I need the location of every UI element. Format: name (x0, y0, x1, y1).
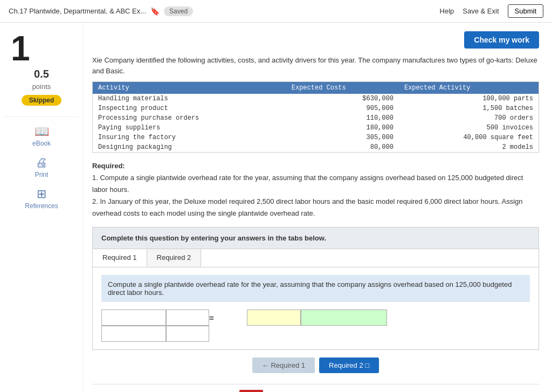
table-cell: 80,000 (286, 142, 399, 152)
save-exit-link[interactable]: Save & Exit (463, 7, 499, 15)
help-link[interactable]: Help (440, 7, 454, 15)
required-header: Required: (92, 162, 125, 170)
ebook-button[interactable]: 📖 eBook (32, 125, 51, 147)
nav-left: Ch.17 Plantwide, Departmental, & ABC Ex.… (9, 6, 193, 16)
table-cell: 500 invoices (399, 123, 539, 133)
table-cell: 100,000 parts (399, 94, 539, 104)
required-item1: 1. Compute a single plantwide overhead r… (92, 174, 523, 194)
input-2-1[interactable] (101, 326, 166, 342)
main-layout: 1 0.5 points Skipped 📖 eBook 🖨 Print ⊞ R… (0, 23, 552, 392)
table-cell: Inspecting product (93, 104, 286, 113)
table-cell: 110,000 (286, 113, 399, 123)
print-label: Print (35, 171, 49, 178)
tabs-container: Required 1 Required 2 Compute a single p… (92, 249, 539, 350)
compute-instruction: Compute a single plantwide overhead rate… (101, 275, 530, 302)
input-table: = (101, 310, 387, 342)
required-1-nav-button[interactable]: ← Required 1 (252, 357, 315, 373)
input-cell-1-2[interactable] (166, 310, 209, 326)
col-expected-activity: Expected Activity (399, 82, 539, 94)
instruction-box: Complete this question by entering your … (92, 227, 539, 249)
input-cell-2-2[interactable] (166, 326, 209, 342)
ebook-label: eBook (32, 140, 51, 147)
tab-required-2[interactable]: Required 2 (147, 249, 202, 267)
nav-right: Help Save & Exit Submit (440, 4, 543, 18)
table-row: Insuring the factory305,00040,000 square… (93, 133, 539, 142)
input-1-1[interactable] (101, 310, 166, 326)
ebook-icon: 📖 (34, 125, 49, 139)
question-number: 1 (11, 31, 30, 66)
input-1-3[interactable] (247, 310, 301, 326)
required-item2: 2. In January of this year, the Deluxe m… (92, 197, 523, 217)
activity-table: Activity Expected Costs Expected Activit… (92, 81, 539, 153)
references-button[interactable]: ⊞ References (25, 187, 58, 210)
check-btn-row: Check my work (92, 31, 539, 49)
table-cell: 1,500 batches (399, 104, 539, 113)
input-1-4[interactable] (301, 310, 387, 326)
input-cell-1-1[interactable] (101, 310, 166, 326)
table-cell: 700 orders (399, 113, 539, 123)
required-2-nav-button[interactable]: Required 2 □ (319, 357, 379, 373)
input-cell-2-1[interactable] (101, 326, 166, 342)
print-button[interactable]: 🖨 Print (35, 156, 49, 178)
bottom-nav: ← Required 1 Required 2 □ (92, 357, 539, 373)
points-label: points (32, 82, 51, 91)
input-row-2 (101, 326, 387, 342)
tab-content-required1: Compute a single plantwide overhead rate… (93, 267, 539, 349)
input-cell-1-4[interactable] (301, 310, 387, 326)
input-row-1: = (101, 310, 387, 326)
table-row: Inspecting product905,0001,500 batches (93, 104, 539, 113)
table-cell: 180,000 (286, 123, 399, 133)
table-cell: 305,000 (286, 133, 399, 142)
footer: Mc Graw Hill ← Prev 1 of 4 ⊞ Next → (92, 384, 539, 392)
top-nav: Ch.17 Plantwide, Departmental, & ABC Ex.… (0, 0, 552, 23)
table-cell: 2 models (399, 142, 539, 152)
submit-button[interactable]: Submit (508, 4, 543, 18)
table-cell: $630,000 (286, 94, 399, 104)
references-label: References (25, 202, 58, 210)
col-expected-costs: Expected Costs (286, 82, 399, 94)
check-my-work-button[interactable]: Check my work (464, 31, 539, 49)
bookmark-icon[interactable]: 🔖 (150, 7, 160, 16)
table-cell: Insuring the factory (93, 133, 286, 142)
table-cell: Designing packaging (93, 142, 286, 152)
table-cell: Handling materials (93, 94, 286, 104)
status-badge: Skipped (22, 95, 62, 106)
tabs-header: Required 1 Required 2 (93, 249, 539, 267)
table-cell: Paying suppliers (93, 123, 286, 133)
input-1-2[interactable] (166, 310, 209, 326)
tab-required-1[interactable]: Required 1 (93, 249, 147, 267)
table-row: Designing packaging80,0002 models (93, 142, 539, 152)
points-value: 0.5 (34, 68, 49, 80)
saved-badge: Saved (164, 6, 193, 16)
content-area: Check my work Xie Company identified the… (84, 23, 552, 392)
sidebar: 1 0.5 points Skipped 📖 eBook 🖨 Print ⊞ R… (0, 23, 84, 392)
sidebar-divider (4, 116, 79, 117)
table-row: Handling materials$630,000100,000 parts (93, 94, 539, 104)
references-icon: ⊞ (37, 187, 46, 201)
input-2-2[interactable] (166, 326, 209, 342)
table-cell: 905,000 (286, 104, 399, 113)
problem-intro: Xie Company identified the following act… (92, 55, 539, 76)
table-row: Processing purchase orders110,000700 ord… (93, 113, 539, 123)
table-cell: Processing purchase orders (93, 113, 286, 123)
table-row: Paying suppliers180,000500 invoices (93, 123, 539, 133)
equals-sign: = (209, 310, 247, 326)
required-section: Required: 1. Compute a single plantwide … (92, 160, 539, 219)
col-activity: Activity (93, 82, 286, 94)
table-cell: 40,000 square feet (399, 133, 539, 142)
mcgrawhill-logo: Mc Graw Hill (239, 390, 263, 392)
input-cell-1-3[interactable] (247, 310, 301, 326)
page-title: Ch.17 Plantwide, Departmental, & ABC Ex.… (9, 7, 146, 15)
print-icon: 🖨 (36, 156, 47, 170)
equals-empty (209, 326, 247, 342)
